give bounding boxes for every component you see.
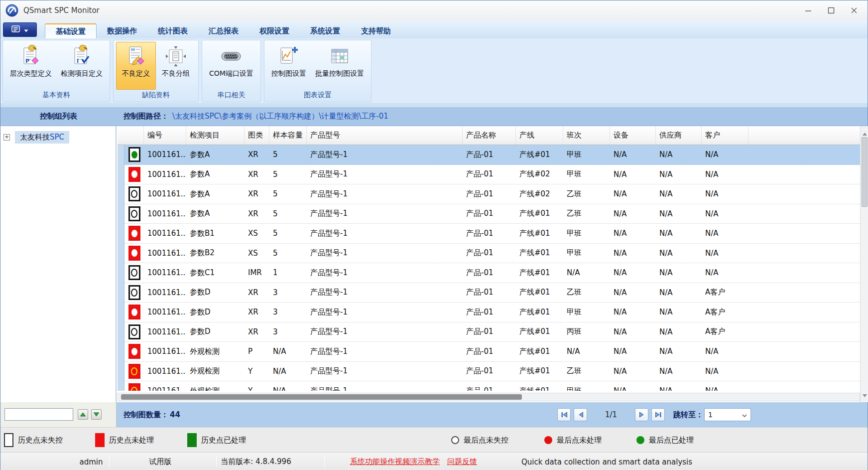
main-menu-button[interactable] (3, 22, 37, 37)
column-header[interactable]: 编号 (144, 126, 186, 145)
table-row[interactable]: 1001161...参数B2XS5产品型号-1产品-01产线#01甲班N/AN/… (118, 244, 860, 264)
column-header-status[interactable] (124, 126, 144, 145)
ribbon-button[interactable]: 控制图设置 (267, 42, 311, 90)
legend-label: 历史点未处理 (109, 436, 154, 445)
minimize-button[interactable] (797, 0, 820, 20)
table-cell: 产线#01 (516, 150, 563, 159)
ribbon-button[interactable]: 不良定义 (116, 42, 156, 90)
close-button[interactable] (843, 0, 866, 20)
horizontal-scrollbar[interactable] (118, 393, 860, 401)
column-header[interactable]: 检测项目 (186, 126, 245, 145)
table-row[interactable]: 1001161...参数C1IMR1产品型号-1产品-01产线#01N/AN/A… (118, 263, 860, 283)
video-tutorial-link[interactable]: 系统功能操作视频演示教学 (350, 453, 440, 470)
search-down-button[interactable] (91, 409, 102, 420)
table-cell: N/A (702, 268, 748, 277)
chart-path-value: \太友科技SPC\参考案例（以工序顺序构建）\计量型检测\工序-01 (172, 112, 388, 121)
table-cell: 5 (269, 229, 307, 238)
table-cell: 参数A (186, 150, 245, 159)
table-row[interactable]: 1001161...参数AXR5产品型号-1产品-01产线#02甲班N/AN/A… (118, 165, 860, 185)
menu-tabs: 基础设置数据操作统计图表汇总报表权限设置系统设置支持帮助 (45, 20, 401, 38)
status-dot (131, 230, 137, 237)
status-icon-red-box-yellow-ring (128, 383, 140, 391)
column-header[interactable]: 产品型号 (307, 126, 463, 145)
pagination-bar: 控制图数量：44 1/1 跳转至： 1 (117, 402, 868, 427)
table-cell: 产品型号-1 (307, 327, 463, 336)
status-user: admin (60, 453, 122, 470)
menu-tab-7[interactable]: 支持帮助 (351, 23, 401, 38)
column-header[interactable]: 样本容量 (269, 126, 307, 145)
ribbon-button[interactable]: 不良分组 (156, 42, 196, 90)
table-cell: 产线#01 (516, 327, 563, 336)
column-header[interactable]: 供应商 (656, 126, 702, 145)
table-row[interactable]: 1001161...外观检测YN/A产品型号-1产品-01产线#01乙班N/AN… (118, 362, 860, 382)
legend-label: 历史点未失控 (18, 436, 63, 445)
feedback-link[interactable]: 问题反馈 (447, 453, 477, 470)
table-cell: A客户 (702, 327, 748, 336)
legend-swatch-circle-red (544, 436, 552, 444)
ribbon-button[interactable]: P层次类型定义 (5, 42, 56, 90)
column-header[interactable]: 图类 (245, 126, 269, 145)
menu-tab-1[interactable]: 基础设置 (45, 23, 97, 38)
next-page-button[interactable] (635, 408, 648, 421)
table-row[interactable]: 1001161...参数AXR5产品型号-1产品-01产线#01甲班N/AN/A… (118, 145, 860, 165)
scroll-down-icon[interactable] (862, 390, 868, 400)
table-cell: 产品型号-1 (307, 288, 463, 297)
menu-tab-6[interactable]: 系统设置 (300, 23, 351, 38)
table-cell: 参数B2 (186, 248, 245, 258)
ribbon-button[interactable]: COM端口设置 (205, 42, 258, 90)
maximize-button[interactable] (820, 0, 843, 20)
ribbon-button[interactable]: 批量控制图设置 (311, 42, 369, 90)
table-row[interactable]: 1001161...参数DXR3产品型号-1产品-01产线#01甲班N/AN/A… (118, 303, 860, 322)
prev-page-button[interactable] (574, 408, 587, 421)
column-header[interactable]: 产品名称 (463, 126, 516, 145)
horizontal-scroll-thumb[interactable] (121, 394, 522, 400)
search-up-button[interactable] (78, 409, 88, 420)
table-row[interactable]: 1001161...外观检测YN/A产品型号-1产品-01产线#01甲班N/AN… (118, 381, 860, 391)
ribbon-group-label: 图表设置 (264, 90, 371, 102)
table-cell: 乙班 (563, 209, 610, 218)
table-row[interactable]: 1001161...参数DXR3产品型号-1产品-01产线#01丙班N/AN/A… (118, 322, 860, 342)
status-icon-white-box-ring (128, 206, 140, 221)
tree-item-root[interactable]: + 太友科技SPC (3, 131, 116, 144)
table-cell: N/A (656, 209, 702, 218)
legend-swatch-square-white (4, 433, 13, 447)
table-cell: 产品-01 (463, 229, 516, 238)
table-cell: 产品型号-1 (307, 308, 463, 317)
menu-tab-3[interactable]: 统计图表 (147, 23, 198, 38)
column-header[interactable]: 客户 (702, 126, 748, 145)
page-indicator: 1/1 (590, 410, 632, 419)
table-row[interactable]: 1001161...参数B1XS5产品型号-1产品-01产线#01甲班N/AN/… (118, 224, 860, 244)
hand-doc-check-icon: I (70, 44, 93, 69)
tree-search-input[interactable] (4, 408, 73, 421)
menu-tab-5[interactable]: 权限设置 (249, 23, 300, 38)
menu-tab-2[interactable]: 数据操作 (97, 23, 147, 38)
first-page-button[interactable] (557, 408, 571, 421)
table-row[interactable]: 1001161...外观检测PN/A产品型号-1产品-01产线#01N/AN/A… (118, 342, 860, 362)
ribbon-button[interactable]: I检测项目定义 (56, 42, 107, 90)
defect-doc-icon (124, 44, 147, 69)
table-cell: N/A (610, 386, 656, 391)
table-cell: N/A (656, 189, 702, 198)
table-cell: N/A (610, 347, 656, 356)
table-row[interactable]: 1001161...参数AXR5产品型号-1产品-01产线#01乙班N/AN/A… (118, 204, 860, 224)
vertical-scrollbar[interactable] (860, 126, 868, 402)
tree-root-label[interactable]: 太友科技SPC (15, 131, 69, 144)
table-cell: 产品-01 (463, 268, 516, 278)
table-row[interactable]: 1001161...参数AXR5产品型号-1产品-01产线#02乙班N/AN/A… (118, 184, 860, 204)
table-cell: N/A (656, 150, 702, 159)
table-row[interactable]: 1001161...参数DXR3产品型号-1产品-01产线#01乙班N/AN/A… (118, 283, 860, 303)
status-dot (131, 367, 137, 375)
table-cell: 产品型号-1 (307, 229, 463, 238)
tree-expander-icon[interactable]: + (3, 134, 10, 141)
column-header[interactable]: 班次 (563, 126, 610, 145)
table-cell: N/A (702, 150, 748, 159)
table-cell: 1001161... (144, 170, 186, 179)
column-header[interactable]: 产线 (516, 126, 563, 145)
column-header[interactable]: 设备 (610, 126, 656, 145)
table-cell: 1001161... (144, 209, 186, 218)
menu-tab-4[interactable]: 汇总报表 (198, 23, 249, 38)
vertical-scroll-thumb[interactable] (862, 137, 868, 207)
last-page-button[interactable] (651, 408, 665, 421)
table-cell: 3 (269, 308, 307, 316)
jump-page-select[interactable]: 1 (704, 408, 751, 421)
